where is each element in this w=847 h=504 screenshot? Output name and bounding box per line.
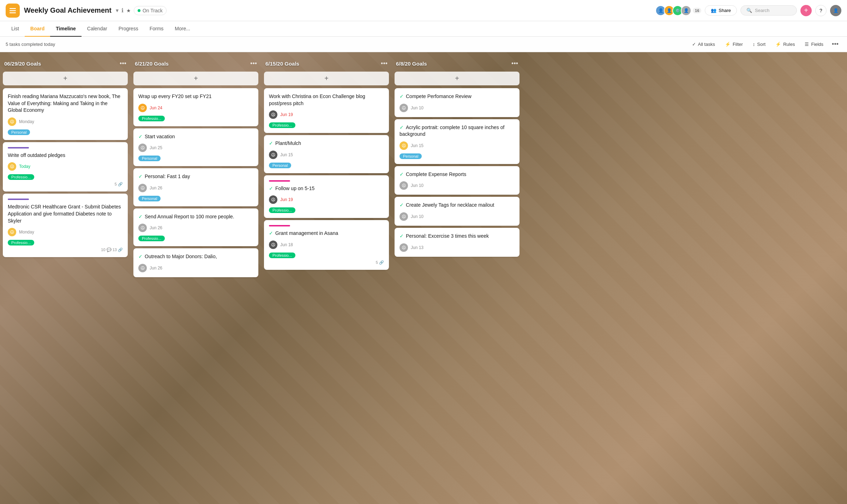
fields-label: Fields (811, 42, 823, 47)
card-avatar[interactable]: ☮ (400, 141, 408, 150)
card-tag[interactable]: Professio... (138, 236, 165, 241)
tab-timeline[interactable]: Timeline (50, 21, 82, 37)
card-avatar[interactable]: ☮ (400, 104, 408, 112)
column-title-3: 6/8/20 Goals (396, 61, 427, 67)
card-avatar[interactable]: ☮ (138, 264, 147, 272)
star-icon[interactable]: ★ (126, 8, 131, 13)
list-item[interactable]: Medtronic CSR Healthcare Grant - Submit … (3, 194, 128, 257)
card-bar (269, 180, 290, 182)
card-avatar[interactable]: ☮ (8, 162, 16, 171)
card-stats: 5 🔗 (269, 260, 384, 265)
add-button[interactable]: + (800, 5, 812, 16)
card-title: ✓Outreach to Major Donors: Dalio, (138, 253, 253, 260)
card-avatar[interactable]: ☮ (138, 224, 147, 232)
list-item[interactable]: ✓Compete Perfomance Review☮Jun 10 (395, 88, 519, 117)
list-item[interactable]: ✓Start vacation☮Jun 25Personal (133, 128, 258, 166)
card-avatar[interactable]: ☮ (269, 110, 277, 119)
list-item[interactable]: ✓Follow up on 5-15☮Jun 19Professio... (264, 175, 389, 218)
card-avatar[interactable]: ☮ (8, 117, 16, 126)
card-tag[interactable]: Personal (8, 129, 30, 135)
filter-label: Filter (733, 42, 743, 47)
list-item[interactable]: ✓Create Jewely Tags for necklace mailout… (395, 197, 519, 226)
help-button[interactable]: ? (815, 5, 827, 16)
card-tag[interactable]: Personal (400, 153, 422, 159)
list-item[interactable]: Finish reading Mariana Mazzucato's new b… (3, 88, 128, 140)
add-card-button-1[interactable]: + (133, 72, 258, 85)
column-more-1[interactable]: ••• (250, 60, 257, 67)
status-badge[interactable]: On Track (134, 6, 167, 15)
list-item[interactable]: Work with Christina on Econ Challenge bl… (264, 88, 389, 133)
column-more-3[interactable]: ••• (511, 60, 518, 67)
check-icon: ✓ (400, 233, 404, 239)
filter-button[interactable]: ⚡ Filter (721, 40, 747, 49)
user-avatar[interactable]: 👤 (830, 5, 841, 16)
card-tag[interactable]: Professio... (8, 174, 34, 180)
card-avatar[interactable]: ☮ (400, 181, 408, 190)
card-tag[interactable]: Professio... (138, 116, 165, 121)
tab-list[interactable]: List (6, 21, 25, 37)
card-meta: ☮Jun 10 (400, 212, 515, 221)
card-avatar[interactable]: ☮ (8, 228, 16, 236)
tab-forms[interactable]: Forms (144, 21, 169, 37)
info-icon[interactable]: ℹ (121, 7, 124, 14)
card-tag[interactable]: Personal (138, 196, 161, 201)
list-item[interactable]: ✓Personal: Excercise 3 times this week☮J… (395, 228, 519, 257)
toolbar-more[interactable]: ••• (829, 39, 841, 49)
svg-rect-0 (10, 8, 16, 9)
list-item[interactable]: ✓Acrylic portrait: complete 10 square in… (395, 119, 519, 164)
card-meta: ☮Jun 15 (400, 141, 515, 150)
project-title: Weekly Goal Achievement (24, 6, 112, 14)
card-meta: ☮Monday (8, 117, 123, 126)
tab-board[interactable]: Board (25, 21, 50, 37)
card-date: Jun 26 (150, 225, 162, 230)
add-card-button-3[interactable]: + (395, 72, 519, 85)
avatar-4[interactable]: 👤 (681, 5, 691, 16)
search-icon: 🔍 (746, 8, 752, 13)
sort-button[interactable]: ↕ Sort (749, 40, 770, 49)
fields-button[interactable]: ☰ Fields (800, 40, 828, 49)
card-meta: ☮Jun 26 (138, 224, 253, 232)
card-meta: ☮Jun 24 (138, 104, 253, 112)
nav-right: 👤 👤 ⚙️ 👤 16 👥 Share 🔍 Search + ? 👤 (655, 5, 841, 16)
card-bar (8, 199, 29, 200)
card-avatar[interactable]: ☮ (138, 104, 147, 112)
list-item[interactable]: ✓Personal: Fast 1 day☮Jun 26Personal (133, 168, 258, 206)
share-button[interactable]: 👥 Share (705, 5, 737, 16)
card-avatar[interactable]: ☮ (138, 144, 147, 152)
top-nav: Weekly Goal Achievement ▾ ℹ ★ On Track 👤… (0, 0, 847, 21)
tab-progress[interactable]: Progress (113, 21, 144, 37)
list-item[interactable]: ✓Complete Expense Reports☮Jun 10 (395, 166, 519, 195)
tab-more[interactable]: More... (169, 21, 196, 37)
list-item[interactable]: Wrap up every FY20 set up FY21☮Jun 24Pro… (133, 88, 258, 126)
card-tag[interactable]: Personal (269, 163, 291, 168)
list-item[interactable]: ✓Send Annual Report to 100 more people.☮… (133, 208, 258, 247)
list-item[interactable]: ✓Grant management in Asana☮Jun 18Profess… (264, 220, 389, 270)
card-tag[interactable]: Professio... (269, 207, 295, 213)
add-card-button-2[interactable]: + (264, 72, 389, 85)
add-card-button-0[interactable]: + (3, 72, 128, 85)
app-icon[interactable] (6, 4, 20, 18)
subtask-count: 5 🔗 (376, 260, 384, 265)
column-more-2[interactable]: ••• (381, 60, 388, 67)
card-tag[interactable]: Professio... (269, 253, 295, 258)
card-avatar[interactable]: ☮ (400, 243, 408, 252)
card-avatar[interactable]: ☮ (269, 241, 277, 249)
card-avatar[interactable]: ☮ (138, 184, 147, 192)
all-tasks-icon: ✓ (692, 42, 696, 47)
all-tasks-button[interactable]: ✓ All tasks (688, 40, 719, 49)
card-tag[interactable]: Professio... (8, 240, 34, 245)
card-avatar[interactable]: ☮ (269, 195, 277, 204)
search-bar[interactable]: 🔍 Search (740, 5, 797, 16)
card-avatar[interactable]: ☮ (269, 151, 277, 159)
column-more-0[interactable]: ••• (120, 60, 126, 67)
rules-button[interactable]: ⚡ Rules (771, 40, 799, 49)
list-item[interactable]: ✓Plant/Mulch☮Jun 15Personal (264, 135, 389, 173)
card-avatar[interactable]: ☮ (400, 212, 408, 221)
dropdown-icon[interactable]: ▾ (116, 7, 119, 14)
list-item[interactable]: ✓Outreach to Major Donors: Dalio,☮Jun 26 (133, 248, 258, 277)
rules-icon: ⚡ (775, 42, 781, 47)
card-tag[interactable]: Professio... (269, 122, 295, 128)
card-tag[interactable]: Personal (138, 156, 161, 161)
tab-calendar[interactable]: Calendar (82, 21, 113, 37)
list-item[interactable]: Write off outdated pledges☮TodayProfessi… (3, 142, 128, 192)
